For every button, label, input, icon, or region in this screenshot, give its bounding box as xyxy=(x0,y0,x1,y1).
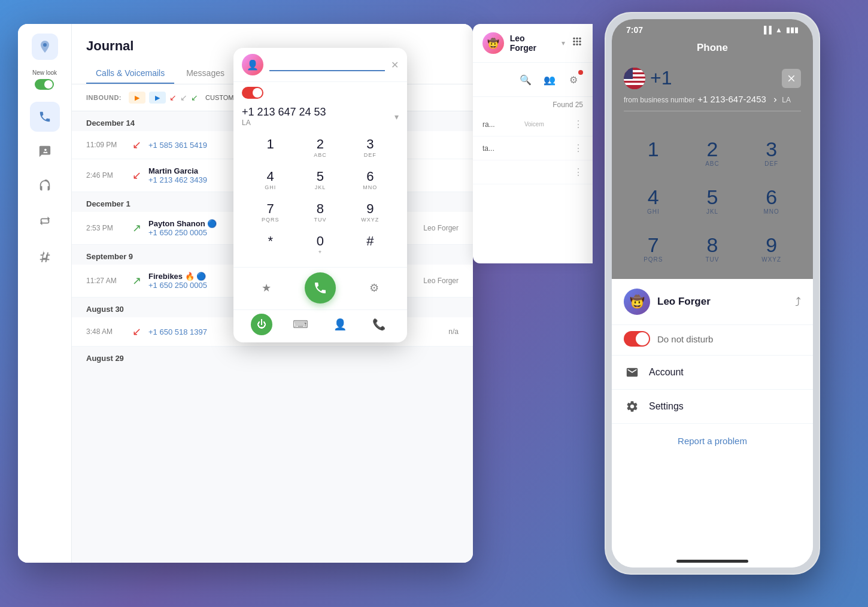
dialpad-input-field[interactable] xyxy=(269,58,385,71)
mobile-key-4[interactable]: 4 GHI xyxy=(624,177,683,225)
dialpad-key-2[interactable]: 2 ABC xyxy=(295,132,345,164)
user-avatar: 🤠 xyxy=(624,289,650,315)
sidebar: New look xyxy=(18,24,72,563)
sidebar-item-hashtag[interactable] xyxy=(30,241,60,271)
dialpad-input-area xyxy=(269,58,385,71)
dnd-toggle-dialpad[interactable] xyxy=(242,87,263,99)
mobile-key-8[interactable]: 8 TUV xyxy=(683,225,742,273)
key-number: 6 xyxy=(766,187,777,207)
mobile-key-1[interactable]: 1 xyxy=(624,129,683,177)
sidebar-item-headset[interactable] xyxy=(30,171,60,201)
key-number: 1 xyxy=(648,139,659,159)
tab-messages[interactable]: Messages xyxy=(177,63,234,84)
recent-calls-btn[interactable]: 📞 xyxy=(368,314,390,335)
key-number: 8 xyxy=(317,202,324,216)
more-options-icon[interactable]: ⋮ xyxy=(573,166,583,178)
sidebar-item-phone[interactable] xyxy=(30,102,60,132)
account-label: Account xyxy=(649,367,684,378)
dialpad-key-star[interactable]: * xyxy=(245,229,295,261)
key-number: 9 xyxy=(366,202,374,216)
sidebar-item-contacts[interactable] xyxy=(30,136,60,166)
key-number: * xyxy=(268,235,273,248)
settings-action-btn[interactable]: ⚙ xyxy=(363,277,385,299)
dialpad-actions: ★ ⚙ xyxy=(233,267,407,309)
account-icon xyxy=(624,364,641,381)
dialpad-key-hash[interactable]: # xyxy=(345,229,395,261)
key-number: 9 xyxy=(766,235,777,255)
list-item[interactable]: ⋮ xyxy=(473,160,593,184)
mobile-key-3[interactable]: 3 DEF xyxy=(742,129,801,177)
dialpad-icon-btn[interactable] xyxy=(571,36,583,50)
dialpad-key-8[interactable]: 8 TUV xyxy=(295,196,345,229)
contact-btn[interactable]: 👤 xyxy=(329,314,351,335)
search-btn[interactable]: 🔍 xyxy=(516,70,535,89)
right-panel: 🤠 Leo Forger ▾ 🔍 👥 ⚙ Found 25 ra... Voic… xyxy=(473,24,593,263)
logout-btn[interactable]: ⤴ xyxy=(795,295,801,309)
dialpad-key-6[interactable]: 6 MNO xyxy=(345,164,395,196)
mobile-key-5[interactable]: 5 JKL xyxy=(683,177,742,225)
call-button[interactable] xyxy=(305,272,336,304)
filter-arrow-gray[interactable]: ↙ xyxy=(180,93,187,102)
key-number: 6 xyxy=(366,170,374,183)
new-look-toggle[interactable] xyxy=(35,79,54,90)
entry-number[interactable]: +1 213 462 3439 xyxy=(148,175,220,184)
settings-btn[interactable]: ⚙ xyxy=(564,70,583,89)
business-number: +1 213-647-2453 xyxy=(697,94,782,104)
battery-icon: ▮▮▮ xyxy=(786,26,799,34)
keypad-toggle-btn[interactable]: ⌨ xyxy=(290,314,311,335)
key-alpha: TUV xyxy=(705,256,719,263)
key-alpha: WXYZ xyxy=(361,217,379,223)
filter-answered-call[interactable]: ↙ xyxy=(191,93,198,102)
dialpad-key-4[interactable]: 4 GHI xyxy=(245,164,295,196)
mobile-keypad: 1 2 ABC 3 DEF 4 GHI 5 JKL xyxy=(612,123,813,279)
filter-icons: ▶ ▶ ↙ ↙ ↙ xyxy=(129,92,198,104)
user-card: 🤠 Leo Forger ⤴ xyxy=(612,279,813,325)
filter-voicemail-orange[interactable]: ▶ xyxy=(129,92,145,104)
entry-number[interactable]: +1 650 518 1397 xyxy=(148,327,220,336)
dialpad-key-1[interactable]: 1 xyxy=(245,132,295,164)
mobile-inner: 7:07 ▐▐ ▲ ▮▮▮ Phone xyxy=(612,19,813,567)
entry-number[interactable]: +1 650 250 0005 xyxy=(148,228,226,237)
entry-time: 2:53 PM xyxy=(86,224,125,232)
more-options-icon[interactable]: ⋮ xyxy=(573,119,583,130)
key-number: 2 xyxy=(707,139,718,159)
report-problem-btn[interactable]: Report a problem xyxy=(612,424,813,458)
clear-number-btn[interactable] xyxy=(782,69,801,88)
mobile-key-9[interactable]: 9 WXYZ xyxy=(742,225,801,273)
key-number: 2 xyxy=(317,138,324,151)
list-item[interactable]: ra... Voicem ⋮ xyxy=(473,113,593,136)
clear-input-icon[interactable]: ✕ xyxy=(391,59,399,71)
missed-call-icon: ↙ xyxy=(132,138,141,151)
dialpad-key-3[interactable]: 3 DEF xyxy=(345,132,395,164)
star-action-btn[interactable]: ★ xyxy=(256,277,277,299)
mobile-key-2[interactable]: 2 ABC xyxy=(683,129,742,177)
chevron-down-icon[interactable]: ▾ xyxy=(562,39,565,47)
filter-missed-call[interactable]: ↙ xyxy=(169,93,177,102)
entry-number[interactable]: +1 585 361 5419 xyxy=(148,141,220,150)
menu-item-settings[interactable]: Settings xyxy=(612,390,813,424)
key-alpha: GHI xyxy=(647,208,660,216)
mobile-key-7[interactable]: 7 PQRS xyxy=(624,225,683,273)
dialpad-phone-number: +1 213 647 24 53 xyxy=(242,106,326,118)
filter-voicemail-blue[interactable]: ▶ xyxy=(149,92,166,104)
dialpad-red-toggle-row xyxy=(233,82,407,104)
sidebar-item-transfer[interactable] xyxy=(30,206,60,236)
more-options-icon[interactable]: ⋮ xyxy=(573,142,583,154)
inbound-call-icon: ↙ xyxy=(132,169,141,182)
dialpad-key-7[interactable]: 7 PQRS xyxy=(245,196,295,229)
tab-calls-voicemails[interactable]: Calls & Voicemails xyxy=(86,63,174,84)
mobile-phone-container: 7:07 ▐▐ ▲ ▮▮▮ Phone xyxy=(605,12,820,587)
dialpad-key-9[interactable]: 9 WXYZ xyxy=(345,196,395,229)
contacts-btn[interactable]: 👥 xyxy=(540,70,559,89)
dialpad-key-5[interactable]: 5 JKL xyxy=(295,164,345,196)
entry-number[interactable]: +1 650 250 0005 xyxy=(148,281,226,290)
entry-time: 11:09 PM xyxy=(86,141,125,149)
list-item[interactable]: ta... ⋮ xyxy=(473,136,593,160)
mobile-key-6[interactable]: 6 MNO xyxy=(742,177,801,225)
dnd-toggle[interactable] xyxy=(624,331,650,347)
expand-icon[interactable]: ▾ xyxy=(394,112,399,122)
entry-preview: ta... xyxy=(482,144,494,153)
power-button[interactable]: ⏻ xyxy=(251,314,272,335)
menu-item-account[interactable]: Account xyxy=(612,356,813,390)
dialpad-key-0[interactable]: 0 + xyxy=(295,229,345,261)
